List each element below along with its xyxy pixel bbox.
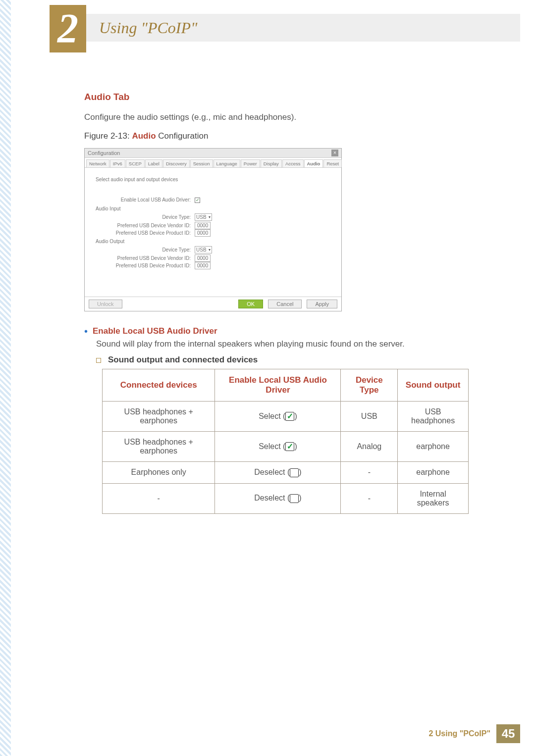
chapter-number-box: 2 [50,5,86,52]
left-decorative-stripe [0,0,11,756]
tab-network[interactable]: Network [86,159,109,167]
sound-output-table: Connected devices Enable Local USB Audio… [102,369,469,514]
dialog-footer: Unlock OK Cancel Apply [85,297,341,311]
figure-caption-bold: Audio [132,131,156,141]
tab-session[interactable]: Session [190,159,213,167]
chapter-number: 2 [57,8,78,50]
table-row: USB headphones + earphonesSelect ()USBUS… [103,402,469,432]
input-device-type-select[interactable]: USB [195,213,212,221]
section-intro-text: Configure the audio settings (e.g., mic … [84,112,495,122]
dialog-title-text: Configuration [88,150,120,156]
th-sound-output: Sound output [398,369,469,402]
audio-input-section-label: Audio Input [96,206,330,211]
bullet-dot-icon: • [84,326,88,336]
cell-enable-driver: Select () [215,402,341,432]
tab-display[interactable]: Display [261,159,282,167]
cell-sound-output: earphone [398,432,469,462]
tab-power[interactable]: Power [241,159,260,167]
input-product-id-field[interactable]: 0000 [195,229,211,237]
sub-bullet-title: Sound output and connected devices [108,355,258,365]
close-icon[interactable]: × [331,150,338,156]
dialog-titlebar: Configuration × [85,149,341,158]
cell-enable-driver: Deselect () [215,462,341,484]
input-vendor-id-label: Preferred USB Device Vendor ID: [96,223,195,228]
input-product-id-label: Preferred USB Device Product ID: [96,230,195,236]
table-row: Earphones onlyDeselect ()-earphone [103,462,469,484]
th-connected-devices: Connected devices [103,369,215,402]
sub-bullet-square-icon [96,358,101,363]
cell-sound-output: Internal speakers [398,483,469,513]
cell-connected-devices: - [103,483,215,513]
output-product-id-field[interactable]: 0000 [195,262,211,269]
cell-device-type: Analog [341,432,398,462]
tab-label[interactable]: Label [145,159,162,167]
table-row: USB headphones + earphonesSelect ()Analo… [103,432,469,462]
cell-connected-devices: USB headphones + earphones [103,432,215,462]
ok-button[interactable]: OK [238,300,263,308]
checkbox-icon [290,468,299,477]
checkbox-icon [285,442,294,451]
configuration-dialog: Configuration × Network IPv6 SCEP Label … [84,148,342,311]
tab-ipv6[interactable]: IPv6 [110,159,125,167]
figure-caption-prefix: Figure 2-13: [84,131,132,141]
enable-audio-driver-checkbox[interactable]: ✓ [195,198,200,203]
th-device-type: Device Type [341,369,398,402]
output-device-type-label: Device Type: [96,247,195,252]
table-row: -Deselect ()-Internal speakers [103,483,469,513]
output-vendor-id-label: Preferred USB Device Vendor ID: [96,255,195,261]
cell-device-type: - [341,462,398,484]
cell-connected-devices: USB headphones + earphones [103,402,215,432]
audio-output-section-label: Audio Output [96,239,330,244]
checkbox-icon [285,412,294,421]
bullet-description: Sound will play from the internal speake… [96,339,495,349]
cell-enable-driver: Select () [215,432,341,462]
output-device-type-select[interactable]: USB [195,246,212,253]
footer-chapter-text: 2 Using "PCoIP" [428,729,490,738]
cancel-button[interactable]: Cancel [268,300,302,308]
cell-sound-output: USB headphones [398,402,469,432]
cell-enable-driver: Deselect () [215,483,341,513]
apply-button[interactable]: Apply [307,300,337,308]
input-vendor-id-field[interactable]: 0000 [195,222,211,229]
cell-sound-output: earphone [398,462,469,484]
tab-reset[interactable]: Reset [323,159,342,167]
cell-connected-devices: Earphones only [103,462,215,484]
page-footer: 2 Using "PCoIP" 45 [428,724,520,743]
bullet-title-enable-driver: Enable Local USB Audio Driver [93,326,217,336]
tab-audio[interactable]: Audio [304,159,323,167]
enable-audio-driver-label: Enable Local USB Audio Driver: [96,197,195,202]
tab-access[interactable]: Access [282,159,304,167]
output-product-id-label: Preferred USB Device Product ID: [96,263,195,268]
unlock-button[interactable]: Unlock [89,300,122,308]
footer-page-number: 45 [496,724,520,743]
cell-device-type: - [341,483,398,513]
chapter-title: Using "PCoIP" [99,19,197,37]
figure-caption: Figure 2-13: Audio Configuration [84,131,495,141]
chapter-header-bar: Using "PCoIP" [50,14,520,42]
table-header-row: Connected devices Enable Local USB Audio… [103,369,469,402]
tab-language[interactable]: Language [214,159,240,167]
checkbox-icon [290,494,299,503]
dialog-tab-row: Network IPv6 SCEP Label Discovery Sessio… [85,158,341,168]
tab-discovery[interactable]: Discovery [163,159,190,167]
tab-scep[interactable]: SCEP [126,159,145,167]
cell-device-type: USB [341,402,398,432]
th-enable-driver: Enable Local USB Audio Driver [215,369,341,402]
section-heading-audio-tab: Audio Tab [84,92,495,102]
dialog-instruction: Select audio input and output devices [96,177,330,182]
output-vendor-id-field[interactable]: 0000 [195,254,211,262]
dialog-body: Select audio input and output devices En… [85,168,341,297]
input-device-type-label: Device Type: [96,214,195,220]
figure-caption-suffix: Configuration [156,131,209,141]
